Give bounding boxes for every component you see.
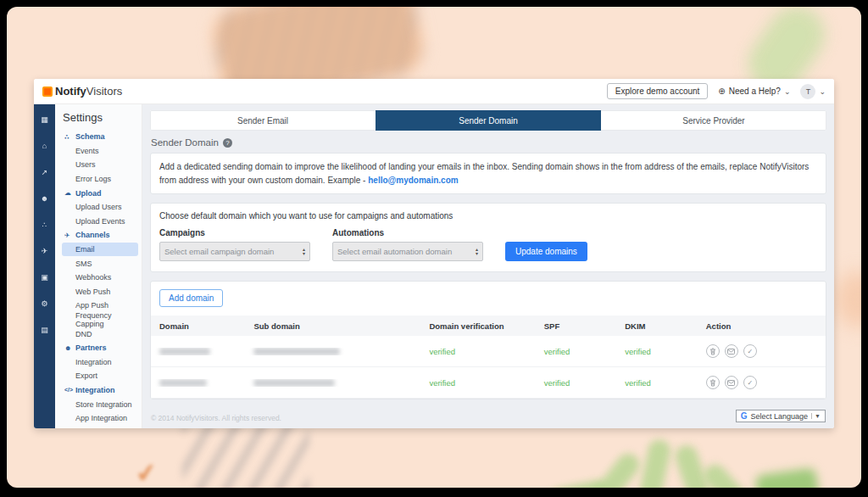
decor-leaf bbox=[699, 461, 756, 488]
sidebar-item-app-integration[interactable]: App Integration bbox=[62, 411, 138, 426]
dkim-status: verified bbox=[616, 347, 698, 356]
tab-service-provider[interactable]: Service Provider bbox=[601, 110, 826, 131]
main-content: Sender Email Sender Domain Service Provi… bbox=[142, 104, 834, 428]
select-language-widget[interactable]: G Select Language ▼ bbox=[736, 410, 826, 422]
chevron-down-icon: ⌄ bbox=[784, 89, 791, 94]
add-domain-button[interactable]: Add domain bbox=[159, 289, 223, 307]
sidebar-item-partners[interactable]: ☻Partners bbox=[62, 341, 138, 355]
resend-verification-button[interactable] bbox=[725, 376, 738, 389]
table-row: verified verified verified ✓ bbox=[151, 336, 826, 367]
verify-domain-button[interactable]: ✓ bbox=[743, 376, 757, 389]
tab-bar: Sender Email Sender Domain Service Provi… bbox=[150, 110, 826, 131]
default-domain-heading: Choose default domain which you want to … bbox=[159, 211, 817, 221]
background: ✔ NotifyVisitors Explore demo account ⊕ … bbox=[7, 7, 861, 488]
sidebar-item-integration-section[interactable]: </>Integration bbox=[62, 383, 138, 398]
spf-status: verified bbox=[536, 378, 617, 388]
campaigns-label: Campaigns bbox=[159, 228, 310, 237]
sidebar-item-frequency-capping[interactable]: Frequency Capping bbox=[62, 313, 138, 327]
need-help-label: Need a Help? bbox=[729, 87, 781, 96]
redacted-domain bbox=[159, 379, 207, 387]
automation-domain-select[interactable]: Select email automation domain ▴▾ bbox=[332, 242, 483, 261]
tab-sender-domain[interactable]: Sender Domain bbox=[376, 110, 601, 131]
dropdown-arrow-icon: ▼ bbox=[811, 413, 823, 419]
analytics-icon[interactable]: ↗ bbox=[42, 169, 48, 176]
users-icon: ☻ bbox=[64, 344, 75, 352]
need-help-menu[interactable]: ⊕ Need a Help? ⌄ bbox=[718, 87, 790, 96]
code-icon: </> bbox=[64, 387, 75, 393]
notifyvisitors-logo[interactable]: NotifyVisitors bbox=[42, 85, 122, 98]
sidebar-item-events[interactable]: Events bbox=[62, 144, 138, 159]
dashboard-icon[interactable]: ⌂ bbox=[42, 142, 47, 150]
send-icon[interactable]: ✈ bbox=[42, 248, 48, 255]
col-spf: SPF bbox=[536, 321, 617, 331]
account-menu[interactable]: T ⌄ bbox=[800, 84, 826, 99]
col-domain-verification: Domain verification bbox=[420, 321, 535, 331]
decor-leaf bbox=[638, 438, 672, 488]
sidebar-item-store-integration[interactable]: Store Integration bbox=[62, 397, 138, 411]
chevron-down-icon: ⌄ bbox=[819, 89, 826, 94]
explore-demo-account-button[interactable]: Explore demo account bbox=[607, 83, 709, 99]
verify-domain-button[interactable]: ✓ bbox=[743, 344, 757, 358]
trash-icon bbox=[709, 379, 716, 387]
sidebar-item-sms[interactable]: SMS bbox=[62, 256, 138, 271]
domains-table: Domain Sub domain Domain verification SP… bbox=[151, 316, 826, 399]
media-icon[interactable]: ▣ bbox=[41, 274, 48, 282]
sidebar-item-users[interactable]: Users bbox=[62, 158, 138, 172]
sitemap-icon: ∴ bbox=[64, 133, 75, 141]
content-footer: © 2014 NotifyVisitors. All rights reserv… bbox=[150, 406, 826, 424]
logo-text-bold: Notify bbox=[55, 85, 86, 98]
campaign-domain-select[interactable]: Select email campaign domain ▴▾ bbox=[159, 242, 310, 261]
redacted-sub-domain bbox=[253, 348, 340, 355]
avatar: T bbox=[800, 84, 815, 99]
settings-gear-icon[interactable]: ⚙ bbox=[41, 300, 47, 308]
icon-rail: ▦ ⌂ ↗ ☻ ∴ ✈ ▣ ⚙ ▤ bbox=[34, 104, 55, 428]
decor-orange-check: ✔ bbox=[134, 456, 159, 488]
sidebar-item-upload-events[interactable]: Upload Events bbox=[62, 215, 138, 229]
default-domain-panel: Choose default domain which you want to … bbox=[150, 203, 826, 272]
sidebar-item-channels[interactable]: ✈Channels bbox=[62, 228, 138, 243]
cloud-upload-icon: ☁ bbox=[64, 189, 75, 197]
tab-sender-email[interactable]: Sender Email bbox=[150, 110, 376, 131]
delete-domain-button[interactable] bbox=[706, 376, 720, 389]
example-domain-link[interactable]: hello@mydomain.com bbox=[368, 176, 458, 185]
schema-icon[interactable]: ∴ bbox=[42, 221, 47, 229]
app-window: NotifyVisitors Explore demo account ⊕ Ne… bbox=[34, 79, 834, 428]
decor-orange-dot bbox=[835, 271, 861, 327]
col-sub-domain: Sub domain bbox=[245, 321, 420, 331]
check-icon: ✓ bbox=[747, 348, 753, 355]
sidebar-item-error-logs[interactable]: Error Logs bbox=[62, 172, 138, 187]
domains-panel: Add domain Domain Sub domain Domain veri… bbox=[150, 281, 826, 399]
select-language-label: Select Language bbox=[751, 412, 809, 421]
sidebar-item-upload-users[interactable]: Upload Users bbox=[62, 200, 138, 215]
update-domains-button[interactable]: Update domains bbox=[505, 242, 587, 261]
help-icon[interactable]: ? bbox=[223, 138, 232, 148]
page-title: Sender Domain bbox=[151, 137, 219, 148]
docs-icon[interactable]: ▤ bbox=[41, 327, 48, 334]
google-icon: G bbox=[741, 411, 748, 421]
sidebar-item-upload[interactable]: ☁Upload bbox=[62, 186, 138, 200]
envelope-icon bbox=[727, 380, 735, 386]
sidebar-item-integration[interactable]: Integration bbox=[62, 355, 138, 370]
delete-domain-button[interactable] bbox=[706, 344, 720, 358]
decor-stripes bbox=[182, 420, 309, 488]
sidebar-item-export[interactable]: Export bbox=[62, 369, 138, 383]
table-row: verified verified verified ✓ bbox=[151, 367, 826, 399]
audience-icon[interactable]: ☻ bbox=[41, 195, 48, 203]
top-bar: NotifyVisitors Explore demo account ⊕ Ne… bbox=[34, 79, 834, 104]
dkim-status: verified bbox=[616, 378, 698, 388]
decor-green-rect bbox=[754, 467, 820, 488]
sidebar-title: Settings bbox=[63, 111, 138, 124]
automations-label: Automations bbox=[332, 228, 483, 237]
domain-verification-status: verified bbox=[420, 378, 535, 388]
globe-icon: ⊕ bbox=[718, 87, 725, 96]
sidebar-item-schema[interactable]: ∴Schema bbox=[62, 130, 138, 144]
sidebar-item-dnd[interactable]: DND bbox=[62, 327, 138, 341]
table-header-row: Domain Sub domain Domain verification SP… bbox=[151, 316, 826, 336]
sidebar-item-email[interactable]: Email bbox=[62, 243, 138, 257]
sidebar-item-webhooks[interactable]: Webhooks bbox=[62, 271, 138, 285]
resend-verification-button[interactable] bbox=[725, 344, 738, 358]
logo-icon bbox=[42, 87, 53, 97]
grid-icon[interactable]: ▦ bbox=[41, 116, 48, 124]
sidebar-item-web-push[interactable]: Web Push bbox=[62, 285, 138, 299]
logo-text-regular: Visitors bbox=[86, 85, 122, 98]
